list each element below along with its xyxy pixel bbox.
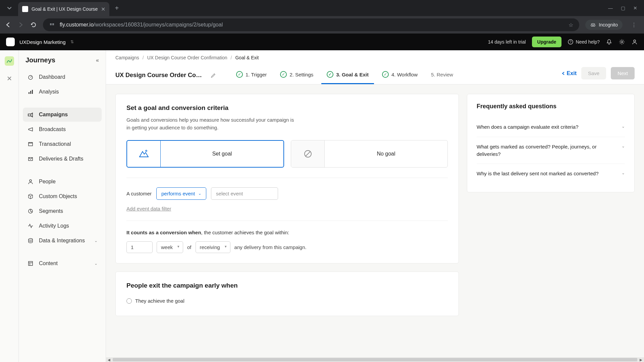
check-icon: ✓ [382,71,389,78]
conversion-number-input[interactable]: 1 [126,241,153,253]
people-icon [27,179,34,185]
horizontal-scrollbar[interactable]: ◀ ▶ [106,357,644,362]
campaigns-icon [27,112,34,118]
save-button[interactable]: Save [581,67,606,79]
step-trigger[interactable]: ✓1. Trigger [231,66,272,84]
tab-title: Goal & Exit | UX Design Course [32,6,98,12]
svg-rect-3 [52,24,54,25]
tab-favicon [22,6,28,12]
breadcrumb-campaign-name[interactable]: UX Design Course Order Confirmation [147,55,227,60]
radio-icon [126,298,132,304]
sidebar-item-dashboard[interactable]: Dashboard [23,70,102,84]
data-icon [27,238,34,244]
sidebar-item-transactional[interactable]: Transactional [23,137,102,151]
svg-rect-12 [30,91,31,94]
edit-title-icon[interactable] [211,73,216,78]
sidebar-item-data-integrations[interactable]: Data & Integrations⌄ [23,234,102,248]
svg-rect-0 [50,23,52,24]
close-window-icon[interactable]: ✕ [633,5,637,11]
faq-item-3[interactable]: Why is the last delivery sent not marked… [477,164,625,183]
workspace-switch-icon[interactable]: ⇅ [70,40,74,44]
browser-menu-icon[interactable]: ⋮ [629,22,639,28]
conversion-unit-select[interactable]: week [157,241,183,253]
exit-link[interactable]: Exit [561,70,577,76]
faq-heading: Frequently asked questions [477,103,625,110]
back-button[interactable] [5,21,11,28]
chevron-down-icon: ⌄ [622,144,625,148]
scroll-right-icon[interactable]: ▶ [638,358,644,362]
tab-close-icon[interactable]: ✕ [101,6,105,12]
scroll-left-icon[interactable]: ◀ [106,358,112,362]
svg-rect-2 [52,23,54,24]
upgrade-button[interactable]: Upgrade [532,37,562,47]
step-review[interactable]: 5. Review [426,66,459,84]
activity-icon [27,223,34,229]
sidebar-title: Journeys [25,56,55,64]
svg-point-9 [634,40,636,42]
site-info-icon[interactable] [49,22,55,28]
app-logo[interactable] [6,38,15,46]
svg-rect-11 [29,92,30,94]
step-settings[interactable]: ✓2. Settings [275,66,319,84]
tab-list-dropdown[interactable] [3,2,15,14]
sidebar-item-content[interactable]: Content⌄ [23,256,102,270]
notifications-icon[interactable] [606,39,612,45]
faq-item-1[interactable]: When does a campaign evaluate exit crite… [477,117,625,137]
step-goal-exit[interactable]: ✓3. Goal & Exit [321,66,374,84]
conversion-tail-label: any delivery from this campaign. [234,244,307,250]
breadcrumb: Campaigns / UX Design Course Order Confi… [106,50,644,63]
exit-heading: People exit the campaign early when [126,282,448,289]
url-text: fly.customer.io/workspaces/160831/journe… [60,22,564,28]
no-goal-option[interactable]: No goal [291,140,448,168]
sidebar-item-deliveries[interactable]: Deliveries & Drafts [23,152,102,166]
minimize-icon[interactable]: — [608,5,613,11]
faq-item-2[interactable]: What gets marked as converted? People, j… [477,137,625,164]
sidebar-item-custom-objects[interactable]: Custom Objects [23,189,102,203]
sidebar-item-campaigns[interactable]: Campaigns [23,108,102,122]
svg-text:?: ? [570,40,572,44]
bookmark-icon[interactable]: ☆ [569,22,573,28]
forward-button[interactable] [17,21,24,28]
add-event-filter-link[interactable]: Add event data filter [126,206,171,212]
scrollbar-track[interactable] [113,358,637,361]
sidebar-item-activity-logs[interactable]: Activity Logs [23,219,102,233]
select-event-input[interactable]: select event [211,187,278,200]
sidebar-item-people[interactable]: People [23,175,102,189]
broadcasts-icon [27,126,34,132]
reload-button[interactable] [30,21,37,28]
sidebar: Journeys « Dashboard Analysis Campaigns … [19,50,106,362]
sidebar-item-broadcasts[interactable]: Broadcasts [23,122,102,136]
browser-tab[interactable]: Goal & Exit | UX Design Course ✕ [18,2,109,16]
workspace-name[interactable]: UXDesign Marketing [19,39,66,45]
new-tab-button[interactable]: + [115,4,119,12]
address-bar[interactable]: fly.customer.io/workspaces/160831/journe… [43,18,579,31]
help-link[interactable]: ? Need help? [568,39,600,45]
sidebar-item-segments[interactable]: Segments [23,204,102,218]
analysis-icon [27,89,34,95]
svg-rect-14 [28,114,31,116]
rail-secondary-icon[interactable] [5,74,14,83]
next-button[interactable]: Next [611,67,635,79]
sidebar-item-analysis[interactable]: Analysis [23,85,102,99]
rail-journeys-icon[interactable] [5,56,14,66]
account-icon[interactable] [631,39,638,45]
collapse-sidebar-icon[interactable]: « [96,57,99,63]
svg-point-19 [29,239,33,240]
check-icon: ✓ [236,71,243,78]
chevron-down-icon: ⌄ [622,124,625,129]
incognito-badge[interactable]: Incognito [585,20,623,30]
settings-icon[interactable] [619,39,625,45]
set-goal-option[interactable]: Set goal [126,140,284,168]
goal-description: Goals and conversions help you measure h… [126,116,294,131]
performs-event-dropdown[interactable]: performs event⌄ [156,187,206,200]
conversion-action-select[interactable]: receiving [196,241,230,253]
chevron-down-icon: ⌄ [94,261,98,266]
customer-prefix-label: A customer [126,191,152,196]
help-icon: ? [568,39,574,45]
step-workflow[interactable]: ✓4. Workflow [377,66,423,84]
exit-option-achieve-goal[interactable]: They achieve the goal [126,296,448,306]
maximize-icon[interactable]: ▢ [621,5,625,11]
breadcrumb-campaigns[interactable]: Campaigns [115,55,139,60]
goal-card: Set a goal and conversion criteria Goals… [115,94,459,263]
goal-heading: Set a goal and conversion criteria [126,104,448,112]
